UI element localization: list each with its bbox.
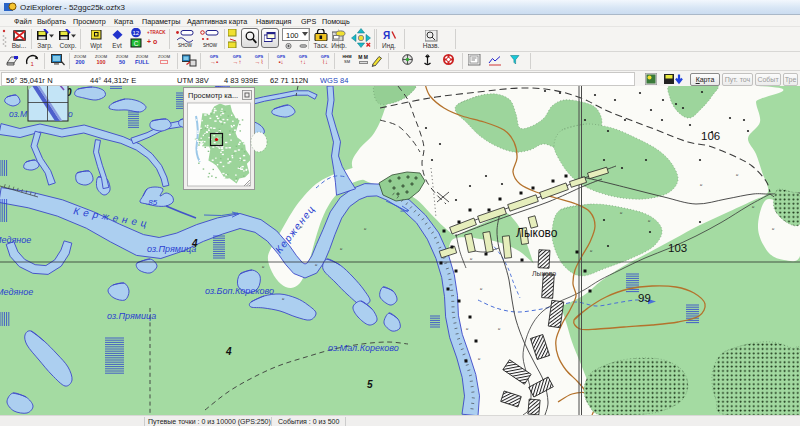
svg-text:Медяное: Медяное [0, 235, 31, 245]
svg-text:оз.Прямица: оз.Прямица [147, 244, 196, 254]
svg-text:1: 1 [31, 61, 35, 67]
svg-text:оз.Боп.Кореково: оз.Боп.Кореково [205, 286, 274, 296]
svg-text:оз.Мал.Кореково: оз.Мал.Кореково [328, 343, 399, 353]
svg-text:99: 99 [638, 292, 651, 304]
svg-text:Лыково: Лыково [532, 270, 556, 277]
svg-text:C: C [134, 40, 139, 47]
svg-text:4: 4 [191, 238, 198, 249]
svg-text:4: 4 [225, 346, 232, 357]
svg-text:.85: .85 [146, 198, 158, 207]
svg-text:Я: Я [383, 30, 390, 41]
svg-text:106: 106 [701, 130, 720, 142]
svg-text:Просмотр ка...: Просмотр ка... [188, 91, 238, 100]
svg-text:Лыково: Лыково [516, 226, 558, 240]
svg-text:SHOW: SHOW [203, 43, 218, 48]
svg-text:оз.Прямица: оз.Прямица [107, 311, 156, 321]
svg-text:SHOW: SHOW [178, 43, 193, 48]
svg-text:12: 12 [133, 30, 140, 36]
svg-text:о: о [68, 109, 73, 119]
svg-text:Медяное: Медяное [0, 287, 33, 297]
svg-text:оз.М: оз.М [9, 109, 28, 119]
svg-text:103: 103 [668, 242, 687, 254]
svg-text:5: 5 [367, 379, 373, 390]
